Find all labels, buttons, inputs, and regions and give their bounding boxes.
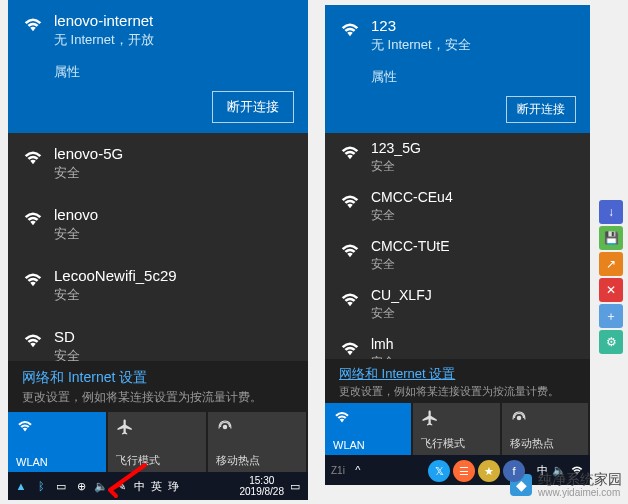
wifi-icon (16, 418, 34, 434)
wifi-icon (339, 289, 361, 309)
toolbar-settings-icon[interactable]: ⚙ (599, 330, 623, 354)
bluetooth-icon[interactable]: ᛒ (34, 479, 48, 493)
tile-label: 移动热点 (510, 436, 580, 451)
ime-lang[interactable]: 中 (134, 479, 145, 494)
wifi-secure-icon (22, 14, 44, 34)
disconnect-button[interactable]: 断开连接 (506, 96, 576, 123)
network-item[interactable]: lmh安全 (325, 329, 590, 359)
network-security: 安全 (54, 164, 123, 182)
connected-status: 无 Internet，开放 (54, 31, 294, 49)
network-name: lenovo-5G (54, 145, 123, 162)
network-security: 安全 (371, 256, 450, 273)
hotspot-tile[interactable]: 移动热点 (208, 412, 306, 472)
toolbar-close-icon[interactable]: ✕ (599, 278, 623, 302)
network-security: 安全 (371, 158, 421, 175)
notification-icon[interactable]: ▭ (288, 479, 302, 493)
chevron-up-icon[interactable]: ^ (351, 463, 365, 477)
tile-label: 移动热点 (216, 453, 298, 468)
network-item[interactable]: SD安全 (8, 316, 308, 361)
airplane-icon (116, 418, 134, 434)
toolbar-save-icon[interactable]: 💾 (599, 226, 623, 250)
network-name: lmh (371, 336, 395, 352)
disconnect-button[interactable]: 断开连接 (212, 91, 294, 123)
hotspot-icon (510, 409, 528, 425)
watermark-title: 纯净系统家园 (538, 472, 622, 487)
connected-name: 123 (371, 17, 576, 34)
wifi-icon (22, 269, 44, 289)
wlan-tile[interactable]: WLAN (8, 412, 106, 472)
wifi-icon (339, 338, 361, 358)
network-list: 123_5G安全 CMCC-CEu4安全 CMCC-TUtE安全 CU_XLFJ… (325, 133, 590, 359)
wlan-tile[interactable]: WLAN (325, 403, 411, 455)
connected-network[interactable]: 123 无 Internet，安全 属性 断开连接 (325, 5, 590, 133)
ime-lang[interactable]: 琤 (168, 479, 179, 494)
tile-label: 飞行模式 (421, 436, 491, 451)
twitter-icon[interactable]: 𝕏 (428, 460, 450, 482)
network-name: CU_XLFJ (371, 287, 432, 303)
network-security: 安全 (54, 347, 80, 361)
watermark-url: www.yidaimei.com (538, 487, 622, 498)
facebook-icon[interactable]: f (503, 460, 525, 482)
airplane-tile[interactable]: 飞行模式 (413, 403, 499, 455)
network-item[interactable]: CMCC-CEu4安全 (325, 182, 590, 231)
network-item[interactable]: LecooNewifi_5c29安全 (8, 255, 308, 316)
volume-icon[interactable]: 🔈 (94, 479, 108, 493)
airplane-icon (421, 409, 439, 425)
network-name: LecooNewifi_5c29 (54, 267, 177, 284)
tile-label: WLAN (16, 456, 98, 468)
taskbar-date: 2019/8/28 (240, 486, 285, 497)
social-share-bar: 𝕏 ☰ ★ f (428, 460, 525, 482)
connected-name: lenovo-internet (54, 12, 294, 29)
taskbar: ▲ ᛒ ▭ ⊕ 🔈 ✎ 中 英 琤 15:30 2019/8/28 ▭ (8, 472, 308, 500)
network-name: lenovo (54, 206, 98, 223)
wifi-panel-right: 123 无 Internet，安全 属性 断开连接 123_5G安全 CMCC-… (325, 5, 590, 485)
toolbar-plus-icon[interactable]: ＋ (599, 304, 623, 328)
settings-description: 更改设置，例如将某连接设置为按流量计费。 (8, 389, 308, 412)
wifi-icon (339, 142, 361, 162)
network-security: 安全 (54, 286, 177, 304)
network-item[interactable]: lenovo安全 (8, 194, 308, 255)
network-item[interactable]: CU_XLFJ安全 (325, 280, 590, 329)
network-icon[interactable]: ⊕ (74, 479, 88, 493)
toolbar-share-icon[interactable]: ↗ (599, 252, 623, 276)
taskbar-time: 15:30 (240, 475, 285, 486)
share-icon[interactable]: ☰ (453, 460, 475, 482)
network-item[interactable]: CMCC-TUtE安全 (325, 231, 590, 280)
wifi-icon (333, 409, 351, 425)
network-settings-link[interactable]: 网络和 Internet 设置 (8, 361, 308, 389)
network-item[interactable]: 123_5G安全 (325, 133, 590, 182)
ime-lang[interactable]: 英 (151, 479, 162, 494)
wifi-icon (22, 330, 44, 350)
hotspot-tile[interactable]: 移动热点 (502, 403, 588, 455)
network-security: 安全 (371, 305, 432, 322)
network-item[interactable]: lenovo-5G安全 (8, 133, 308, 194)
hotspot-icon (216, 418, 234, 434)
wifi-icon (339, 191, 361, 211)
properties-link[interactable]: 属性 (371, 68, 576, 86)
network-settings-link[interactable]: 网络和 Internet 设置 (325, 359, 590, 384)
connected-status: 无 Internet，安全 (371, 36, 576, 54)
wifi-icon (22, 208, 44, 228)
wifi-icon (22, 147, 44, 167)
network-name: CMCC-TUtE (371, 238, 450, 254)
ime-icon[interactable]: ✎ (114, 479, 128, 493)
qzone-icon[interactable]: ★ (478, 460, 500, 482)
tile-label: 飞行模式 (116, 453, 198, 468)
airplane-tile[interactable]: 飞行模式 (108, 412, 206, 472)
panel-footer: 网络和 Internet 设置 更改设置，例如将某连接设置为按流量计费。 WLA… (8, 361, 308, 500)
settings-description: 更改设置，例如将某连接设置为按流量计费。 (325, 384, 590, 403)
connected-network[interactable]: lenovo-internet 无 Internet，开放 属性 断开连接 (8, 0, 308, 133)
wifi-secure-icon (339, 19, 361, 39)
wifi-icon (339, 240, 361, 260)
properties-link[interactable]: 属性 (54, 63, 294, 81)
wifi-panel-left: lenovo-internet 无 Internet，开放 属性 断开连接 le… (8, 0, 308, 500)
toolbar-download-icon[interactable]: ↓ (599, 200, 623, 224)
watermark: ◆ 纯净系统家园 www.yidaimei.com (510, 472, 622, 498)
tile-label: WLAN (333, 439, 403, 451)
chevron-up-icon[interactable]: ▲ (14, 479, 28, 493)
side-toolbar: ↓ 💾 ↗ ✕ ＋ ⚙ (599, 200, 623, 354)
battery-icon[interactable]: ▭ (54, 479, 68, 493)
network-name: 123_5G (371, 140, 421, 156)
clock[interactable]: 15:30 2019/8/28 (240, 475, 285, 497)
network-name: CMCC-CEu4 (371, 189, 453, 205)
